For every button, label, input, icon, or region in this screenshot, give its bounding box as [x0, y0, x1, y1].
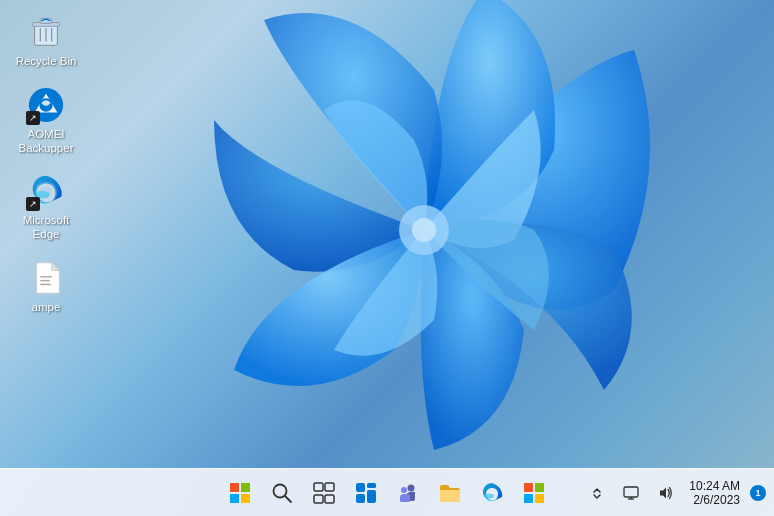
desktop-icons: Recycle Bin AOMEI Backupper	[0, 0, 92, 327]
svg-line-19	[285, 496, 291, 502]
ampe-file-icon[interactable]: ampe	[8, 254, 84, 319]
widgets-button[interactable]	[346, 473, 386, 513]
svg-point-29	[401, 487, 407, 493]
svg-rect-33	[524, 494, 533, 503]
wallpaper	[134, 0, 714, 490]
search-button[interactable]	[262, 473, 302, 513]
svg-rect-27	[356, 494, 365, 503]
svg-rect-32	[535, 483, 544, 492]
start-button[interactable]	[220, 473, 260, 513]
svg-rect-17	[241, 494, 250, 503]
ampe-label: ampe	[32, 301, 61, 315]
file-explorer-button[interactable]	[430, 473, 470, 513]
aomei-backupper-image	[26, 85, 66, 125]
svg-rect-20	[314, 483, 323, 491]
display-settings-button[interactable]	[617, 479, 645, 507]
microsoft-store-button[interactable]	[514, 473, 554, 513]
svg-rect-31	[524, 483, 533, 492]
notification-count: 1	[755, 488, 760, 498]
svg-rect-22	[314, 495, 323, 503]
svg-rect-35	[624, 487, 638, 497]
recycle-bin-image	[26, 12, 66, 52]
svg-rect-14	[230, 483, 239, 492]
recycle-bin-label: Recycle Bin	[16, 55, 77, 69]
show-hidden-icons-button[interactable]	[583, 479, 611, 507]
clock-time: 10:24 AM	[689, 479, 740, 493]
aomei-label: AOMEI Backupper	[12, 128, 80, 156]
microsoft-edge-image	[26, 171, 66, 211]
svg-rect-11	[40, 276, 51, 277]
svg-rect-16	[230, 494, 239, 503]
ampe-file-image	[26, 258, 66, 298]
teams-button[interactable]	[388, 473, 428, 513]
clock-date: 2/6/2023	[693, 493, 740, 507]
notification-badge[interactable]: 1	[750, 485, 766, 501]
svg-point-1	[412, 218, 436, 242]
taskbar: 10:24 AM 2/6/2023 1	[0, 468, 774, 516]
svg-rect-24	[356, 483, 365, 492]
svg-point-28	[408, 484, 415, 491]
desktop: Recycle Bin AOMEI Backupper	[0, 0, 774, 516]
taskbar-center	[220, 473, 554, 513]
clock-area[interactable]: 10:24 AM 2/6/2023	[685, 477, 744, 509]
svg-rect-26	[367, 490, 376, 503]
microsoft-edge-icon[interactable]: Microsoft Edge	[8, 167, 84, 246]
taskbar-right: 10:24 AM 2/6/2023 1	[583, 477, 766, 509]
svg-rect-34	[535, 494, 544, 503]
svg-rect-23	[325, 495, 334, 503]
shortcut-arrow-edge	[26, 197, 40, 211]
volume-button[interactable]	[651, 479, 679, 507]
shortcut-arrow	[26, 111, 40, 125]
svg-rect-21	[325, 483, 334, 491]
svg-rect-13	[40, 284, 50, 285]
svg-rect-12	[40, 280, 50, 281]
svg-rect-25	[367, 483, 376, 488]
edge-taskbar-button[interactable]	[472, 473, 512, 513]
svg-point-30	[484, 493, 494, 498]
aomei-backupper-icon[interactable]: AOMEI Backupper	[8, 81, 84, 160]
task-view-button[interactable]	[304, 473, 344, 513]
recycle-bin-icon[interactable]: Recycle Bin	[8, 8, 84, 73]
svg-rect-15	[241, 483, 250, 492]
edge-label: Microsoft Edge	[12, 214, 80, 242]
